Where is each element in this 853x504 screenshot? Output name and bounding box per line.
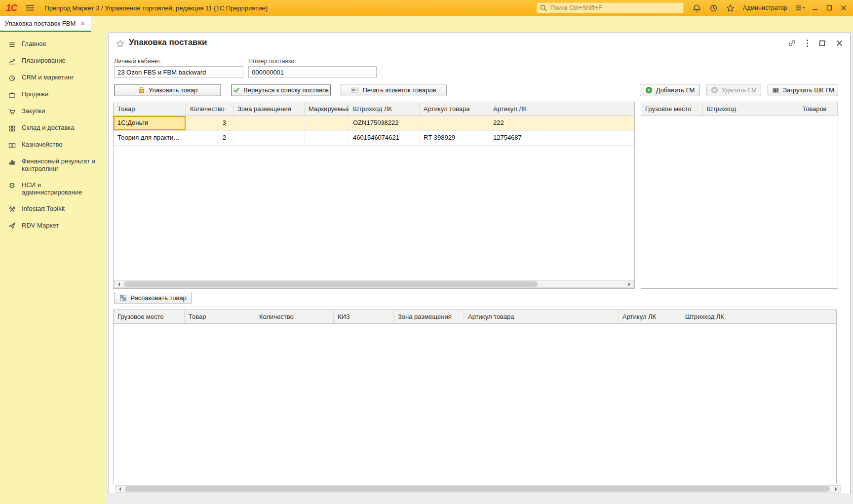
- column-header[interactable]: Товаров: [798, 102, 838, 116]
- column-header[interactable]: КИЗ: [334, 310, 394, 323]
- bell-icon[interactable]: [693, 4, 701, 12]
- tab-upakovka-postavok-fbm[interactable]: Упаковка поставок FBM: [0, 16, 91, 32]
- return-to-list-button[interactable]: Вернуться к списку поставок: [231, 84, 331, 96]
- grid-icon: [8, 124, 16, 132]
- column-header[interactable]: Грузовое место: [114, 310, 185, 323]
- maximize-icon[interactable]: [826, 4, 833, 11]
- sidebar-item-kaznacheystvo[interactable]: Казначейство: [0, 137, 105, 154]
- button-label: Распаковать товар: [130, 294, 187, 302]
- titlebar: 1С Препрод Маркет 3 / Управление торговл…: [0, 0, 853, 16]
- cell-markiruemyj[interactable]: [305, 131, 349, 145]
- button-label: Печать этикеток товаров: [362, 86, 436, 94]
- sidebar-item-label: Продажи: [22, 91, 48, 98]
- column-header[interactable]: Маркируемый: [305, 102, 349, 116]
- packed-items-table: Грузовое место Товар Количество КИЗ Зона…: [113, 310, 837, 484]
- close-icon[interactable]: [836, 39, 843, 47]
- column-header[interactable]: Грузовое место: [641, 102, 703, 116]
- sidebar-item-zakupki[interactable]: Закупки: [0, 103, 105, 120]
- button-label: Загрузить ШК ГМ: [783, 86, 834, 94]
- cell-kolichestvo[interactable]: 3: [186, 116, 233, 130]
- column-header[interactable]: Штрихкод ЛК: [349, 102, 420, 116]
- current-user[interactable]: Администратор: [743, 4, 787, 11]
- tab-bar: Упаковка поставок FBM: [0, 16, 853, 32]
- link-icon[interactable]: [788, 39, 796, 47]
- column-header[interactable]: Зона размещения: [233, 102, 305, 116]
- cell-markiruemyj[interactable]: [305, 116, 349, 130]
- scroll-left-icon[interactable]: [116, 486, 123, 492]
- cell-tovar[interactable]: 1С:Деньги: [114, 116, 186, 130]
- form-title: Упаковка поставки: [129, 38, 207, 47]
- maximize-icon[interactable]: [818, 39, 826, 47]
- history-icon[interactable]: [709, 4, 718, 12]
- scrollbar-thumb[interactable]: [125, 486, 830, 492]
- column-header[interactable]: Количество: [255, 310, 334, 323]
- sidebar-item-rdv-market[interactable]: RDV Маркет: [0, 218, 105, 234]
- column-header[interactable]: Зона размещения: [394, 310, 464, 323]
- sidebar-item-nsi-administrirovanie[interactable]: ⚙ НСИ и администрирование: [0, 177, 105, 201]
- cargo-places-header: Грузовое место Штрихкод Товаров: [641, 102, 838, 116]
- cell-artikul-lk[interactable]: 12754687: [489, 131, 561, 145]
- column-header[interactable]: Товар: [185, 310, 255, 323]
- items-table-hscrollbar[interactable]: [114, 280, 634, 288]
- unpack-item-button[interactable]: Распаковать товар: [114, 292, 192, 304]
- table-row[interactable]: 1С:Деньги 3 OZN175038222 222: [114, 116, 634, 131]
- sidebar-item-label: CRM и маркетинг: [22, 74, 74, 81]
- sidebar-item-label: Казначейство: [22, 141, 62, 149]
- cell-zona[interactable]: [233, 131, 305, 145]
- column-header[interactable]: Товар: [114, 102, 186, 116]
- scrollbar-thumb[interactable]: [124, 281, 538, 287]
- sidebar-item-label: Закупки: [22, 108, 45, 115]
- column-header[interactable]: Штрихкод: [703, 102, 798, 116]
- main-menu-icon[interactable]: [26, 4, 35, 11]
- load-barcode-gm-button[interactable]: Загрузить ШК ГМ: [768, 84, 838, 96]
- close-icon[interactable]: [840, 4, 847, 11]
- sidebar-item-planirovanie[interactable]: Планирование: [0, 53, 105, 70]
- sidebar-item-label: Склад и доставка: [22, 124, 75, 132]
- sidebar-item-label: Финансовый результат и контроллинг: [22, 158, 100, 173]
- sidebar-item-infostart-toolkit[interactable]: ⚒ Infostart Toolkit: [0, 201, 105, 218]
- cell-artikul-lk[interactable]: 222: [489, 116, 561, 130]
- sidebar-item-prodazhi[interactable]: Продажи: [0, 86, 105, 103]
- scroll-right-icon[interactable]: [833, 486, 840, 492]
- sidebar-item-label: НСИ и администрирование: [22, 182, 100, 196]
- column-header[interactable]: Количество: [186, 102, 233, 116]
- form-upakovka-postavki: Упаковка поставки Личный кабинет: Номер …: [109, 33, 851, 494]
- cell-shtrihkod-lk[interactable]: 4601546074621: [349, 131, 420, 145]
- favorites-star-icon[interactable]: [726, 4, 735, 12]
- table-row[interactable]: Теория для практи… 2 4601546074621 RT-39…: [114, 131, 634, 146]
- sidebar-item-glavnoe[interactable]: Главное: [0, 36, 105, 53]
- cell-zona[interactable]: [233, 116, 305, 130]
- favorite-star-icon[interactable]: [116, 39, 124, 48]
- column-header[interactable]: Артикул ЛК: [489, 102, 561, 116]
- cell-artikul-tovara[interactable]: [420, 116, 489, 130]
- cell-tovar[interactable]: Теория для практи…: [114, 131, 186, 145]
- banknote-icon: [8, 141, 16, 149]
- cabinet-label: Личный кабинет:: [114, 58, 162, 65]
- print-labels-button[interactable]: Печать этикеток товаров: [341, 84, 447, 96]
- service-menu-icon[interactable]: [796, 4, 806, 12]
- scroll-right-icon[interactable]: [626, 281, 633, 287]
- more-icon[interactable]: [806, 39, 809, 47]
- pack-item-button[interactable]: Упаковать товар: [114, 84, 221, 96]
- button-label: Удалить ГМ: [722, 86, 757, 94]
- form-hscrollbar[interactable]: [115, 485, 841, 493]
- add-gm-button[interactable]: Добавить ГМ: [640, 84, 700, 96]
- sections-panel: Главное Планирование CRM и маркетинг Про…: [0, 32, 105, 504]
- search-input[interactable]: [537, 2, 684, 13]
- scroll-left-icon[interactable]: [115, 281, 122, 287]
- tab-close-icon[interactable]: [80, 21, 85, 26]
- column-header[interactable]: Артикул ЛК: [619, 310, 681, 323]
- column-header[interactable]: Артикул товара: [464, 310, 619, 323]
- cell-artikul-tovara[interactable]: RT-398929: [420, 131, 489, 145]
- 1c-logo: 1С: [6, 2, 17, 13]
- cell-kolichestvo[interactable]: 2: [186, 131, 233, 145]
- sidebar-item-crm[interactable]: CRM и маркетинг: [0, 70, 105, 86]
- column-header[interactable]: Артикул товара: [420, 102, 489, 116]
- cabinet-input[interactable]: [114, 66, 243, 78]
- supply-number-input[interactable]: [248, 66, 377, 78]
- sidebar-item-finrezultat[interactable]: Финансовый результат и контроллинг: [0, 154, 105, 177]
- sidebar-item-sklad[interactable]: Склад и доставка: [0, 120, 105, 137]
- column-header[interactable]: Штрихкод ЛК: [681, 310, 836, 323]
- minimize-icon[interactable]: [812, 4, 818, 11]
- cell-shtrihkod-lk[interactable]: OZN175038222: [349, 116, 420, 130]
